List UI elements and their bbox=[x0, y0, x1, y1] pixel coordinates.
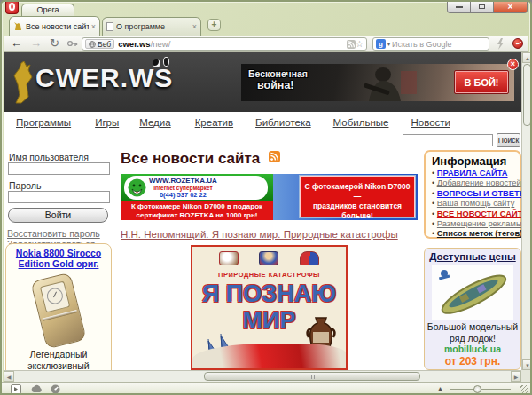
nokia-ad-text: Легендарный эксклюзивный телефон. Распро… bbox=[6, 349, 111, 370]
book-cover-icons bbox=[192, 251, 346, 265]
back-button[interactable]: ← bbox=[11, 36, 22, 50]
opera-menu-button[interactable]: Opera bbox=[21, 4, 74, 16]
add-news-link[interactable]: Добавление новостей bbox=[437, 178, 521, 187]
book-cover-image[interactable]: ПРИРОДНЫЕ КАТАСТРОФЫ Я ПОЗНАЮ МИР bbox=[191, 245, 348, 370]
nav-mobile[interactable]: Мобильные bbox=[333, 117, 389, 128]
site-search-input[interactable] bbox=[403, 134, 493, 146]
site-header: CWER.WS Бесконечная война! В БОЙ! × bbox=[4, 52, 521, 112]
close-button[interactable]: × bbox=[493, 2, 528, 13]
security-badge[interactable]: Веб bbox=[85, 39, 114, 49]
nav-news[interactable]: Новости bbox=[411, 117, 450, 128]
all-news-link[interactable]: ВСЕ НОВОСТИ САЙТА bbox=[437, 209, 521, 218]
zoom-slider-thumb[interactable] bbox=[473, 385, 481, 393]
banner-close-icon[interactable]: × bbox=[507, 59, 519, 70]
boat-ad[interactable]: Доступные цены Большой модельный ряд лод… bbox=[424, 248, 521, 370]
scroll-up-icon[interactable]: ▲ bbox=[522, 52, 532, 63]
site-logo[interactable]: CWER.WS bbox=[35, 63, 173, 93]
password-field[interactable] bbox=[8, 191, 110, 203]
vertical-scrollbar[interactable]: ▲ ▼ bbox=[521, 52, 532, 370]
url-domain: cwer.ws bbox=[118, 39, 150, 49]
banner-line1: Бесконечная bbox=[248, 68, 308, 79]
tab-close-icon[interactable]: × bbox=[91, 22, 96, 31]
scroll-left-icon[interactable]: ◀ bbox=[4, 371, 14, 382]
nokia-text-line2: эксклюзивный bbox=[6, 360, 111, 371]
nav-programs[interactable]: Программы bbox=[16, 117, 71, 128]
zoom-slider[interactable] bbox=[450, 389, 511, 390]
web-page: CWER.WS Бесконечная война! В БОЙ! × bbox=[4, 52, 521, 370]
tags-link[interactable]: Список меток (тегов) bbox=[437, 229, 521, 238]
rules-link[interactable]: ПРАВИЛА САЙТА bbox=[437, 169, 508, 178]
wand-key-icon[interactable] bbox=[67, 39, 78, 48]
url-path: /new/ bbox=[151, 39, 171, 49]
vertical-scroll-thumb[interactable] bbox=[523, 64, 531, 126]
book-title-line1: Я ПОЗНАЮ bbox=[192, 280, 346, 308]
panels-toggle-icon[interactable] bbox=[11, 384, 21, 394]
faq-link[interactable]: ВОПРОСЫ И ОТВЕТЫ bbox=[437, 189, 521, 198]
nokia-text-line1: Легендарный bbox=[6, 349, 111, 360]
cartoon-decor-icon bbox=[153, 59, 160, 67]
advertising-link[interactable]: Размещение рекламы bbox=[437, 219, 521, 228]
rss-icon[interactable] bbox=[269, 151, 280, 162]
scroll-right-icon[interactable]: ▶ bbox=[511, 371, 521, 382]
nokia-ad-title[interactable]: Nokia 8800 Sirocco Edition Gold ориг. bbox=[6, 248, 111, 269]
rozetka-smiley-icon bbox=[128, 178, 146, 197]
status-bar: ▲ bbox=[2, 382, 530, 395]
book-series: ПРИРОДНЫЕ КАТАСТРОФЫ bbox=[192, 271, 346, 279]
info-item: ПРАВИЛА САЙТА bbox=[432, 169, 520, 178]
google-icon: g bbox=[376, 39, 386, 49]
nokia-ad[interactable]: Nokia 8800 Sirocco Edition Gold ориг. Ле… bbox=[5, 243, 112, 370]
minimize-button[interactable] bbox=[447, 2, 471, 13]
opera-logo-icon bbox=[5, 2, 19, 14]
search-engine-caret-icon[interactable]: ▾ bbox=[387, 41, 390, 47]
username-label: Имя пользователя bbox=[9, 152, 89, 162]
extension-icon[interactable] bbox=[512, 38, 523, 49]
resize-grip[interactable] bbox=[520, 385, 528, 394]
tab-about[interactable]: О программе × bbox=[102, 17, 201, 36]
soldier-image bbox=[348, 66, 419, 101]
login-button[interactable]: Войти bbox=[8, 208, 108, 223]
rozetka-ad-banner[interactable]: WWW.ROZETKA.UA Internet супермаркет 0(44… bbox=[121, 174, 418, 220]
new-tab-button[interactable]: + bbox=[207, 19, 221, 31]
reload-button[interactable]: ↻ bbox=[50, 36, 59, 50]
site-search-button[interactable]: Поиск bbox=[497, 133, 520, 147]
horizontal-scroll-thumb[interactable] bbox=[204, 372, 420, 381]
forward-button[interactable]: → bbox=[30, 36, 42, 50]
horizontal-scrollbar[interactable]: ◀ ▶ bbox=[4, 370, 521, 382]
banner-cta-button[interactable]: В БОЙ! bbox=[454, 70, 509, 94]
nav-games[interactable]: Игры bbox=[95, 117, 119, 128]
site-favicon-icon bbox=[13, 21, 23, 31]
rss-feed-icon[interactable] bbox=[347, 40, 356, 49]
boat-text-line2: ряд лодок! bbox=[425, 333, 520, 344]
tab-close-icon[interactable]: × bbox=[192, 22, 197, 31]
nav-library[interactable]: Библиотека bbox=[255, 117, 311, 128]
opera-unite-cloud-icon[interactable] bbox=[30, 384, 43, 393]
article-title-link[interactable]: Н.Н. Непомнящий. Я познаю мир. Природные… bbox=[121, 229, 398, 240]
header-ad-banner[interactable]: Бесконечная война! В БОЙ! × bbox=[241, 64, 514, 101]
info-item: Размещение рекламы bbox=[432, 219, 520, 229]
zoom-menu-icon[interactable]: ▲ bbox=[437, 385, 443, 391]
maximize-button[interactable] bbox=[471, 2, 493, 13]
boat-image bbox=[432, 265, 513, 320]
scroll-down-icon[interactable]: ▼ bbox=[522, 359, 532, 370]
help-site-link[interactable]: Ваша помощь сайту bbox=[437, 199, 514, 208]
info-item: Добавление новостей bbox=[432, 178, 520, 188]
page-title-text: Все новости сайта bbox=[121, 150, 260, 167]
opera-turbo-icon[interactable] bbox=[51, 384, 60, 394]
book-bottom-art bbox=[192, 344, 346, 370]
cartoon-decor-icon bbox=[163, 57, 169, 67]
tab-news[interactable]: Все новости сайта | C... × bbox=[9, 16, 100, 36]
nav-media[interactable]: Медиа bbox=[139, 117, 170, 128]
badge-label: Веб bbox=[98, 40, 111, 49]
turbo-bolt-icon[interactable] bbox=[497, 38, 505, 50]
username-field[interactable] bbox=[8, 162, 110, 175]
bookmark-star-icon[interactable]: ☆ bbox=[356, 40, 364, 49]
rozetka-right-line1: С фотокамерой Nikon D7000 — bbox=[301, 182, 414, 201]
address-field[interactable]: Веб cwer.ws/new/ ☆ bbox=[82, 37, 367, 51]
nav-creative[interactable]: Креатив bbox=[195, 117, 233, 128]
boat-ad-title[interactable]: Доступные цены bbox=[425, 251, 520, 262]
rozetka-right-line2: праздников становится bbox=[301, 201, 414, 211]
nokia-title-line2: Edition Gold ориг. bbox=[6, 258, 111, 269]
boat-site-link[interactable]: mobilluck.ua bbox=[425, 344, 520, 355]
search-field[interactable]: g ▾ Искать в Google bbox=[372, 37, 489, 51]
restore-password-link[interactable]: Восстановить пароль bbox=[7, 228, 100, 239]
